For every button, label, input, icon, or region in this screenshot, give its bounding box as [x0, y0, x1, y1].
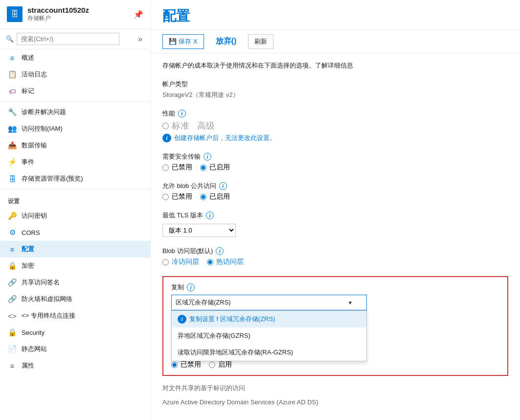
performance-standard-label: 标准	[172, 120, 189, 132]
performance-group: 性能 i 标准 高级 i 创建存储帐户后，无法更改此设置。	[162, 109, 508, 142]
sidebar-item-label: 活动日志	[22, 70, 47, 79]
blob-public-enabled-radio[interactable]	[200, 194, 206, 200]
blob-cool-option[interactable]: 冷访问层	[162, 257, 199, 266]
dropdown-chevron-icon: ▼	[348, 300, 353, 305]
configuration-icon: ≡	[8, 245, 17, 254]
blob-hot-option[interactable]: 热访问层	[207, 257, 244, 266]
sidebar-item-overview[interactable]: ≡ 概述	[0, 49, 150, 66]
performance-standard-radio[interactable]	[162, 123, 169, 129]
replication-select[interactable]: 区域冗余存储(ZRS) ▼	[171, 295, 367, 310]
secure-transfer-disabled-radio[interactable]	[162, 164, 169, 171]
account-sub: 存储帐户	[27, 14, 89, 23]
events-icon: ⚡	[8, 158, 17, 166]
pin-icon[interactable]: 📌	[134, 10, 143, 19]
sidebar-item-label: 标记	[22, 87, 34, 95]
endpoints-icon: <>	[8, 311, 17, 320]
sidebar-item-cors[interactable]: ⚙ CORS	[0, 224, 150, 241]
large-file-enabled-label: 启用	[218, 360, 232, 369]
secure-transfer-disabled-option[interactable]: 已禁用	[162, 163, 192, 172]
tags-icon: 🏷	[8, 87, 17, 95]
replication-option-gzrs[interactable]: 异地区域冗余存储(GZRS)	[172, 327, 366, 344]
blob-public-disabled-radio[interactable]	[162, 194, 169, 200]
account-type-group: 帐户类型 StorageV2（常规用途 v2）	[162, 80, 508, 99]
blob-public-info-icon[interactable]: i	[219, 182, 227, 190]
replication-label: 复制 i	[171, 283, 499, 292]
blob-hot-link[interactable]: 热访问层	[216, 257, 244, 266]
blob-hot-radio[interactable]	[207, 259, 213, 265]
sidebar-item-access-keys[interactable]: 🔑 访问密钥	[0, 208, 150, 224]
secure-transfer-info-icon[interactable]: i	[203, 153, 211, 161]
main-header: 配置	[151, 0, 520, 30]
replication-dropdown-wrapper: 区域冗余存储(ZRS) ▼ i 复制设置 f 区域冗余存储(ZRS) 异地区域冗…	[171, 295, 499, 310]
account-type-label: 帐户类型	[162, 80, 508, 89]
sidebar-item-events[interactable]: ⚡ 事件	[0, 154, 150, 170]
refresh-button[interactable]: 刷新	[248, 34, 273, 49]
sidebar-item-properties[interactable]: ≡ 属性	[0, 357, 150, 374]
blob-public-radio-group: 已禁用 已启用	[162, 192, 508, 201]
large-file-enabled-option[interactable]: 启用	[209, 360, 232, 369]
sidebar-item-endpoints[interactable]: <> <> 专用终结点连接	[0, 307, 150, 324]
sidebar-item-configuration[interactable]: ≡ 配置	[0, 241, 150, 257]
secure-transfer-enabled-option[interactable]: 已启用	[200, 163, 230, 172]
performance-premium-label: 高级	[197, 120, 215, 132]
sidebar-item-label: 访问控制(IAM)	[22, 124, 63, 133]
sidebar-item-firewall[interactable]: 🔗 防火墙和虚拟网络	[0, 291, 150, 307]
abandon-button[interactable]: 放弃()	[210, 34, 243, 49]
data-transfer-icon: 📤	[8, 141, 17, 150]
large-file-enabled-radio[interactable]	[209, 362, 215, 368]
storage-manager-icon: 🗄	[8, 174, 17, 183]
min-tls-group: 最低 TLS 版本 i 版本 1.0 版本 1.1 版本 1.2	[162, 211, 508, 237]
sidebar-item-security[interactable]: 🔒 Security	[0, 324, 150, 341]
blob-cool-radio[interactable]	[162, 259, 169, 265]
sidebar-item-diagnose[interactable]: 🔧 诊断并解决问题	[0, 104, 150, 120]
search-input[interactable]	[17, 33, 119, 45]
storage-icon: 🗄	[7, 6, 23, 22]
secure-transfer-enabled-radio[interactable]	[200, 164, 206, 171]
blob-access-tier-info-icon[interactable]: i	[216, 247, 224, 255]
sidebar-item-shared-access[interactable]: 🔗 共享访问签名	[0, 274, 150, 291]
save-label: 保存	[179, 37, 191, 46]
performance-label: 性能 i	[162, 109, 508, 118]
sidebar-item-iam[interactable]: 👥 访问控制(IAM)	[0, 120, 150, 137]
sidebar-item-label: 访问密钥	[22, 211, 47, 220]
secure-transfer-radio-group: 已禁用 已启用	[162, 163, 508, 172]
sidebar-item-static-website[interactable]: 📄 静态网站	[0, 341, 150, 357]
sidebar-item-label: 概述	[22, 53, 34, 62]
min-tls-info-icon[interactable]: i	[206, 211, 214, 219]
encryption-icon: 🔒	[8, 261, 17, 270]
blob-public-disabled-label: 已禁用	[172, 192, 192, 201]
performance-radio-group: 标准 高级	[162, 120, 508, 132]
large-file-disabled-option[interactable]: 已禁用	[171, 360, 201, 369]
sidebar-item-storage-manager[interactable]: 🗄 存储资源管理器(预览)	[0, 170, 150, 187]
secure-transfer-group: 需要安全传输 i 已禁用 已启用	[162, 152, 508, 172]
collapse-button[interactable]: »	[136, 34, 144, 45]
iam-icon: 👥	[8, 124, 17, 133]
sidebar-item-tags[interactable]: 🏷 标记	[0, 83, 150, 99]
large-file-disabled-label: 已禁用	[181, 360, 201, 369]
diagnose-icon: 🔧	[8, 108, 17, 117]
sidebar-item-encryption[interactable]: 🔒 加密	[0, 257, 150, 274]
cancel-label: X	[193, 38, 198, 45]
blob-public-disabled-option[interactable]: 已禁用	[162, 192, 192, 201]
account-name: straccount10520z	[27, 6, 89, 14]
toolbar: 💾 保存 X 放弃() 刷新	[151, 30, 520, 53]
sidebar-item-data-transfer[interactable]: 📤 数据传输	[0, 137, 150, 154]
save-button[interactable]: 💾 保存 X	[162, 34, 204, 49]
sidebar-item-activity-log[interactable]: 📋 活动日志	[0, 66, 150, 83]
account-type-value: StorageV2（常规用途 v2）	[162, 91, 508, 99]
performance-info-icon[interactable]: i	[178, 110, 186, 117]
replication-info-icon[interactable]: i	[187, 283, 195, 291]
sidebar-search-bar: 🔍 »	[0, 29, 150, 49]
replication-dropdown-popup: i 复制设置 f 区域冗余存储(ZRS) 异地区域冗余存储(GZRS) 读取访问…	[171, 310, 367, 361]
bottom-text-2: Azure Active Directory Domain Services (…	[162, 398, 508, 406]
blob-cool-link[interactable]: 冷访问层	[172, 257, 199, 266]
performance-premium-option[interactable]: 高级	[197, 120, 215, 132]
performance-standard-option[interactable]: 标准	[162, 120, 189, 132]
cors-icon: ⚙	[8, 228, 17, 237]
replication-option-ra-gzrs[interactable]: 读取访问限异地区域冗余存储(RA-GZRS)	[172, 344, 366, 361]
min-tls-select[interactable]: 版本 1.0 版本 1.1 版本 1.2	[162, 224, 236, 237]
large-file-disabled-radio[interactable]	[171, 362, 178, 368]
blob-public-enabled-option[interactable]: 已启用	[200, 192, 230, 201]
main-content: 存储帐户的成本取决于使用情况和在下面选择的选项。了解详细信息 帐户类型 Stor…	[151, 53, 520, 420]
save-icon: 💾	[169, 38, 177, 45]
